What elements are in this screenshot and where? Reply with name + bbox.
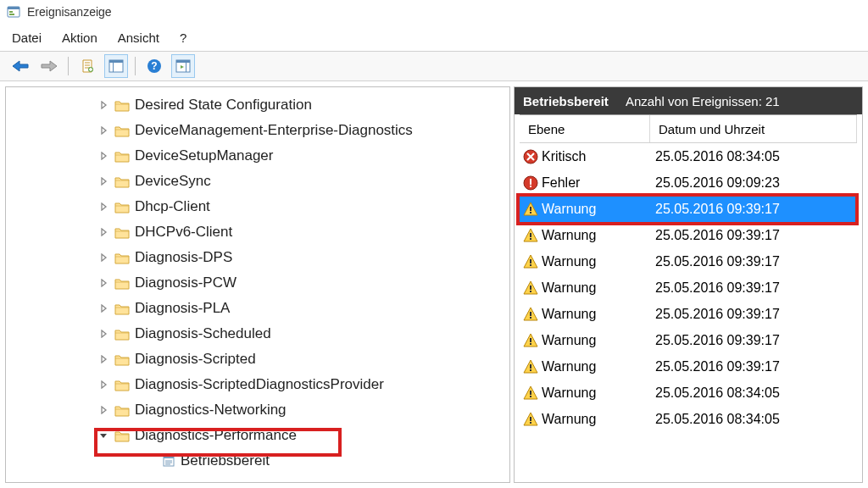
- tree-item[interactable]: Dhcp-Client: [6, 194, 509, 219]
- event-row[interactable]: Warnung25.05.2016 09:39:17: [520, 248, 857, 274]
- svg-rect-53: [530, 343, 531, 345]
- warning-icon: [523, 412, 538, 427]
- tree-item[interactable]: Diagnosis-PCW: [6, 270, 509, 296]
- tree-item-label: Dhcp-Client: [135, 198, 210, 215]
- warning-icon: [523, 307, 538, 322]
- event-row[interactable]: Warnung25.05.2016 09:39:17: [520, 274, 857, 301]
- tree-item[interactable]: Diagnosis-DPS: [6, 245, 509, 270]
- expander-icon[interactable]: [97, 304, 109, 313]
- event-level: Warnung: [542, 228, 596, 243]
- tree-item[interactable]: Diagnosis-Scripted: [6, 347, 509, 372]
- expander-icon[interactable]: [97, 126, 109, 135]
- back-button[interactable]: [8, 54, 32, 78]
- event-row[interactable]: Warnung25.05.2016 09:39:17: [520, 301, 857, 327]
- expander-icon[interactable]: [97, 406, 109, 414]
- tree-item-label: DeviceManagement-Enterprise-Diagnostics: [135, 122, 413, 139]
- toolbar-separator: [135, 57, 136, 75]
- events-header-count: Anzahl von Ereignissen: 21: [626, 94, 780, 108]
- svg-rect-2: [9, 11, 13, 13]
- menu-action[interactable]: Aktion: [62, 30, 97, 45]
- warning-icon: [523, 280, 538, 296]
- menu-help[interactable]: ?: [180, 30, 186, 45]
- critical-icon: [523, 149, 538, 164]
- column-level[interactable]: Ebene: [520, 115, 650, 142]
- svg-marker-17: [102, 127, 106, 134]
- tree-item-label: Diagnosis-PLA: [135, 300, 230, 317]
- expander-icon[interactable]: [97, 330, 109, 338]
- menu-file[interactable]: Datei: [12, 30, 42, 45]
- svg-rect-62: [530, 422, 531, 424]
- tree-item[interactable]: DHCPv6-Client: [6, 219, 509, 245]
- expander-icon[interactable]: [97, 101, 109, 109]
- tree-item[interactable]: DeviceSync: [6, 169, 509, 194]
- event-level: Warnung: [542, 385, 596, 401]
- svg-rect-40: [530, 233, 531, 237]
- svg-marker-26: [102, 356, 106, 363]
- folder-icon: [114, 150, 130, 162]
- svg-rect-13: [176, 60, 190, 63]
- expander-icon[interactable]: [97, 279, 109, 287]
- event-row[interactable]: Warnung25.05.2016 09:39:17: [520, 327, 857, 353]
- event-row[interactable]: Kritisch25.05.2016 08:34:05: [520, 143, 857, 169]
- forward-button[interactable]: [37, 54, 61, 78]
- svg-marker-18: [102, 152, 106, 159]
- event-date: 25.05.2016 09:39:17: [650, 307, 857, 322]
- tree-item[interactable]: DeviceSetupManager: [6, 143, 509, 169]
- tree-item[interactable]: Diagnostics-Networking: [6, 397, 509, 423]
- expander-icon[interactable]: [97, 177, 109, 186]
- show-hide-tree-button[interactable]: [104, 54, 128, 78]
- tree-item-child[interactable]: Betriebsbereit: [6, 448, 509, 474]
- folder-icon: [114, 302, 130, 314]
- svg-rect-50: [530, 317, 531, 319]
- expander-icon[interactable]: [97, 355, 109, 363]
- svg-rect-35: [530, 186, 531, 187]
- expander-icon[interactable]: [97, 431, 109, 440]
- svg-rect-9: [113, 60, 114, 72]
- app-window: Ereignisanzeige Datei Aktion Ansicht ?: [0, 0, 868, 488]
- event-row[interactable]: Warnung25.05.2016 09:39:17: [520, 222, 857, 248]
- content-area: Desired State ConfigurationDeviceManagem…: [0, 81, 868, 488]
- tree-item[interactable]: Diagnosis-Scheduled: [6, 321, 509, 347]
- tree-item-label: Betriebsbereit: [181, 452, 270, 469]
- svg-rect-46: [530, 286, 531, 290]
- tree-item[interactable]: Diagnosis-ScriptedDiagnosticsProvider: [6, 372, 509, 397]
- event-date: 25.05.2016 08:34:05: [650, 385, 857, 401]
- events-columns: Ebene Datum und Uhrzeit: [520, 114, 857, 143]
- error-icon: [523, 175, 538, 191]
- event-date: 25.05.2016 09:39:17: [650, 280, 857, 296]
- folder-icon: [114, 175, 130, 187]
- tree-item[interactable]: Diagnostics-Performance: [6, 423, 509, 448]
- expander-icon[interactable]: [97, 228, 109, 236]
- expander-icon[interactable]: [97, 202, 109, 211]
- expander-icon[interactable]: [97, 152, 109, 160]
- svg-marker-5: [42, 61, 57, 71]
- event-row[interactable]: Fehler25.05.2016 09:09:23: [520, 169, 857, 196]
- tree-item[interactable]: Diagnosis-PLA: [6, 296, 509, 321]
- event-row[interactable]: Warnung25.05.2016 08:34:05: [520, 380, 857, 406]
- event-row[interactable]: Warnung25.05.2016 09:39:17: [520, 196, 857, 222]
- tree-item-label: DeviceSync: [135, 173, 211, 190]
- expander-icon[interactable]: [97, 253, 109, 262]
- column-date[interactable]: Datum und Uhrzeit: [650, 115, 857, 142]
- tree-item-label: Diagnosis-PCW: [135, 274, 236, 291]
- svg-rect-49: [530, 312, 531, 316]
- menu-view[interactable]: Ansicht: [118, 30, 159, 45]
- tree-item[interactable]: Desired State Configuration: [6, 92, 509, 118]
- help-button[interactable]: ?: [142, 54, 166, 78]
- svg-rect-34: [530, 179, 531, 185]
- tree-item-label: Diagnosis-ScriptedDiagnosticsProvider: [135, 376, 384, 393]
- show-hide-action-button[interactable]: [171, 54, 195, 78]
- tree-item[interactable]: DeviceManagement-Enterprise-Diagnostics: [6, 118, 509, 143]
- svg-marker-29: [100, 434, 107, 438]
- log-icon: [162, 454, 175, 468]
- svg-marker-24: [102, 305, 106, 312]
- toolbar-separator: [68, 57, 69, 75]
- event-row[interactable]: Warnung25.05.2016 08:34:05: [520, 406, 857, 432]
- folder-icon: [114, 277, 130, 289]
- event-date: 25.05.2016 09:39:17: [650, 359, 857, 374]
- event-row[interactable]: Warnung25.05.2016 09:39:17: [520, 353, 857, 380]
- menubar: Datei Aktion Ansicht ?: [0, 24, 868, 51]
- event-level: Warnung: [542, 307, 596, 322]
- expander-icon[interactable]: [97, 380, 109, 389]
- properties-button[interactable]: [75, 54, 99, 78]
